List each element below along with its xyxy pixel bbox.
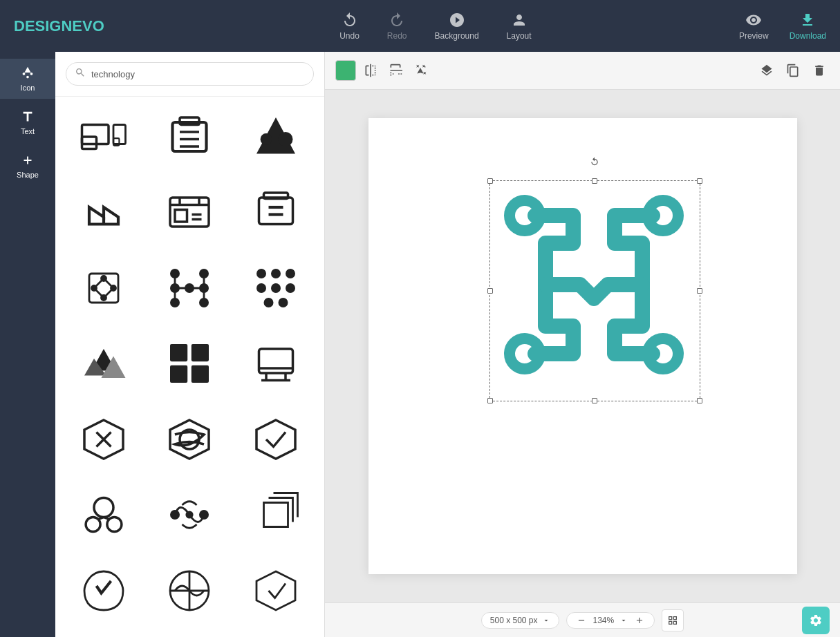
flip-horizontal-button[interactable] [360, 60, 381, 81]
list-item[interactable] [234, 482, 317, 548]
rotate-handle[interactable] [590, 157, 599, 167]
svg-point-51 [94, 498, 113, 517]
search-input-wrap: technology [66, 62, 314, 86]
handle-bm[interactable] [592, 398, 597, 403]
search-icon [75, 67, 86, 81]
duplicate-button[interactable] [783, 60, 803, 81]
list-item[interactable] [149, 255, 232, 321]
svg-point-9 [261, 133, 272, 145]
zoom-in-button[interactable] [633, 616, 646, 625]
list-item[interactable] [149, 558, 232, 623]
handle-br[interactable] [697, 398, 702, 403]
list-item[interactable] [149, 180, 232, 245]
color-swatch[interactable] [335, 60, 356, 81]
size-label: 500 x 500 px [490, 616, 538, 625]
list-item[interactable] [62, 482, 145, 548]
redo-icon [389, 12, 405, 28]
sidebar-item-icon[interactable]: Icon [0, 59, 55, 99]
list-item[interactable] [62, 406, 145, 472]
duplicate-icon [786, 64, 800, 77]
size-display: 500 x 500 px [481, 612, 559, 629]
sidebar-item-shape[interactable]: Shape [0, 146, 55, 186]
svg-rect-41 [170, 344, 187, 361]
settings-icon [809, 614, 823, 627]
list-item[interactable] [149, 482, 232, 548]
list-item[interactable] [149, 406, 232, 472]
list-item[interactable] [234, 180, 317, 245]
list-item[interactable] [234, 255, 317, 321]
list-item[interactable] [234, 406, 317, 472]
list-item[interactable] [149, 104, 232, 169]
handle-ml[interactable] [487, 288, 493, 294]
canvas-background[interactable] [368, 118, 797, 574]
undo-button[interactable]: Undo [339, 12, 360, 41]
text-sidebar-icon [20, 109, 35, 124]
svg-point-35 [286, 283, 295, 293]
canvas-toolbar-left [335, 60, 431, 81]
handle-tr[interactable] [697, 178, 702, 184]
shape-sidebar-icon [20, 153, 35, 168]
list-item[interactable] [62, 558, 145, 623]
settings-button[interactable] [802, 607, 830, 634]
selection-box [489, 180, 700, 401]
list-item[interactable] [234, 558, 317, 623]
layers-button[interactable] [756, 60, 777, 81]
search-input[interactable]: technology [91, 69, 305, 79]
preview-button[interactable]: Preview [739, 12, 769, 41]
logo-color: EVO [72, 17, 104, 35]
zoom-label: 134% [593, 616, 615, 625]
effects-button[interactable] [410, 60, 431, 81]
handle-mr[interactable] [697, 288, 702, 294]
undo-label: Undo [339, 31, 360, 41]
top-toolbar: DESIGNEVO Undo Redo Background Layout Pr… [0, 0, 840, 52]
logo-black: DESIGN [14, 17, 72, 35]
list-item[interactable] [62, 180, 145, 245]
svg-rect-14 [259, 198, 293, 225]
svg-point-10 [279, 132, 293, 146]
search-bar: technology [55, 52, 324, 97]
redo-label: Redo [387, 31, 407, 41]
layers-icon [760, 64, 774, 77]
sidebar-text-label: Text [21, 127, 35, 135]
list-item[interactable] [62, 331, 145, 397]
list-item[interactable] [234, 104, 317, 169]
zoom-out-button[interactable] [575, 616, 588, 625]
preview-label: Preview [739, 31, 769, 41]
icon-grid [55, 97, 324, 637]
logo: DESIGNEVO [14, 17, 104, 35]
svg-line-54 [97, 517, 103, 520]
flip-vertical-icon [389, 64, 402, 77]
effects-icon [413, 64, 427, 77]
download-icon [799, 12, 816, 28]
handle-tl[interactable] [487, 178, 493, 184]
sidebar-shape-label: Shape [17, 171, 39, 179]
canvas-area: 500 x 500 px 134% [325, 52, 840, 637]
svg-marker-48 [170, 420, 209, 459]
svg-point-32 [286, 269, 295, 278]
download-button[interactable]: Download [790, 12, 826, 41]
svg-point-30 [256, 269, 266, 278]
list-item[interactable] [149, 331, 232, 397]
flip-vertical-button[interactable] [385, 60, 406, 81]
list-item[interactable] [62, 255, 145, 321]
canvas-toolbar-right [756, 60, 830, 81]
sidebar-item-text[interactable]: Text [0, 102, 55, 142]
preview-icon [745, 12, 762, 28]
handle-tm[interactable] [592, 178, 597, 184]
handle-bl[interactable] [487, 398, 493, 403]
list-item[interactable] [62, 104, 145, 169]
bottom-bar: 500 x 500 px 134% [325, 602, 840, 637]
zoom-dropdown-icon [619, 616, 628, 625]
layout-label: Layout [507, 31, 532, 41]
svg-point-58 [200, 511, 208, 519]
list-item[interactable] [234, 331, 317, 397]
layout-button[interactable]: Layout [507, 12, 532, 41]
flip-horizontal-icon [364, 64, 377, 77]
canvas-wrap [325, 90, 840, 602]
redo-button[interactable]: Redo [387, 12, 407, 41]
svg-point-37 [279, 298, 288, 307]
grid-button[interactable] [662, 609, 684, 631]
canvas-toolbar [325, 52, 840, 90]
delete-button[interactable] [809, 60, 830, 81]
background-button[interactable]: Background [435, 12, 479, 41]
